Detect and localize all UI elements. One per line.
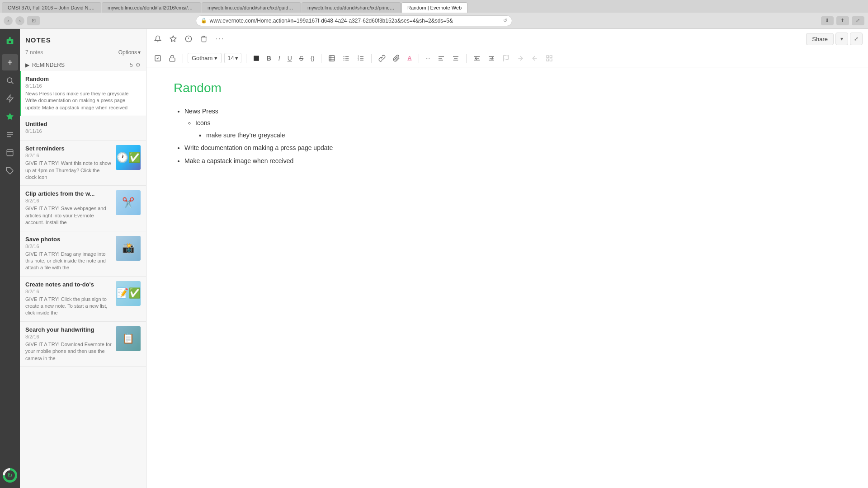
options-button[interactable]: Options ▾ [118,49,141,56]
font-size: 14 [227,55,234,61]
dropdown-share-button[interactable]: ▾ [835,33,848,45]
table-button[interactable] [326,53,338,63]
sub-list: Icons make sure they're greyscale [195,118,841,140]
tab-cmsi[interactable]: CMSI 370, Fall 2016 – John David N. Dion… [2,2,101,13]
list-item: Make a capstack image when received [184,156,841,166]
star-note-button[interactable] [167,34,179,44]
more-formatting-button[interactable]: ··· [424,54,433,63]
tab-principles[interactable]: myweb.lmu.edu/dondi/share/ixd/principles… [302,2,401,13]
expand-browser-button[interactable]: ⤢ [852,16,864,25]
font-name: Gotham [192,55,212,61]
format-button-2[interactable] [514,53,526,63]
svg-marker-10 [170,36,176,42]
highlight-button[interactable]: A [405,53,414,63]
editor-content[interactable]: Random News Press Icons make sure they'r… [146,67,868,488]
note-date: 8/2/16 [25,289,112,294]
share-browser-button[interactable]: ⬆ [836,16,849,25]
note-item-save-photos[interactable]: Save photos 8/2/16 GIVE IT A TRY! Drag a… [20,231,146,277]
note-content-untitled: Untitled 8/11/16 [25,121,141,136]
address-bar[interactable]: 🔒 www.evernote.com/Home.action#n=199a167… [196,15,512,26]
formatting-toolbar: Gotham ▾ 14 ▾ B I U S {} [146,49,868,67]
font-size-selector[interactable]: 14 ▾ [224,53,241,63]
note-item-search-handwriting[interactable]: Search your handwriting 8/2/16 GIVE IT A… [20,322,146,367]
share-area: Share ▾ ⤢ [801,29,868,49]
notes-header: NOTES [20,29,146,47]
note-item-set-reminders[interactable]: Set reminders 8/2/16 GIVE IT A TRY! Want… [20,141,146,186]
list-item-text: News Press [184,108,218,115]
more-options-button[interactable]: ··· [213,33,226,44]
separator-4 [371,54,372,63]
note-date: 8/11/16 [25,83,141,89]
align-center-button[interactable] [450,53,462,63]
svg-rect-49 [550,59,552,61]
link-button[interactable] [376,53,388,63]
sync-status[interactable]: ↻ [0,463,23,488]
note-item-untitled[interactable]: Untitled 8/11/16 [20,116,146,141]
code-button[interactable]: {} [308,54,316,63]
star-button[interactable] [2,108,18,125]
tags-button[interactable] [2,163,18,179]
note-preview: GIVE IT A TRY! Save webpages and article… [25,205,112,226]
strikethrough-button[interactable]: S [297,53,306,63]
search-button[interactable] [2,72,18,89]
list-item-text: Write documentation on making a press pa… [184,144,333,151]
evernote-logo[interactable] [2,33,18,49]
color-button[interactable] [251,54,262,63]
format-button-1[interactable] [500,53,512,63]
sync-icon: ↻ [5,470,15,480]
checkbox-button[interactable] [152,53,164,63]
svg-point-0 [7,78,12,83]
delete-note-button[interactable] [198,34,210,44]
separator-5 [419,54,419,63]
sidebar-icons: + [0,29,20,488]
new-note-button[interactable]: + [2,54,18,70]
shortcuts-button[interactable] [2,90,18,107]
note-preview: GIVE IT A TRY! Click the plus sign to cr… [25,296,112,317]
lock-button[interactable] [166,53,178,63]
back-button[interactable]: ‹ [4,16,13,25]
attachment-button[interactable] [391,53,402,63]
numbered-list-button[interactable]: 123 [355,53,367,63]
expand-note-button[interactable]: ⤢ [850,33,863,45]
bullet-list-button[interactable] [340,53,352,63]
notes-list-button[interactable] [2,127,18,143]
separator-6 [466,54,467,63]
note-content-create-notes: Create notes and to-do's 8/2/16 GIVE IT … [25,281,112,317]
svg-text:3: 3 [358,59,359,61]
reminders-section[interactable]: ▶ REMINDERS 5 ⚙ [20,59,146,71]
list-item-text: make sure they're greyscale [206,131,285,139]
share-button[interactable]: Share [806,33,834,45]
separator-1 [183,54,183,63]
note-item-clip-articles[interactable]: Clip articles from the w... 8/2/16 GIVE … [20,186,146,231]
format-button-4[interactable] [543,53,555,63]
forward-button[interactable]: › [15,16,24,25]
note-date: 8/2/16 [25,198,112,203]
svg-rect-17 [329,56,335,61]
notes-title: NOTES [25,36,51,44]
reminder-bell-button[interactable] [152,34,164,44]
bold-button[interactable]: B [264,53,274,63]
font-family-selector[interactable]: Gotham ▾ [188,53,222,63]
note-item-create-notes[interactable]: Create notes and to-do's 8/2/16 GIVE IT … [20,277,146,322]
indent-decrease-button[interactable] [471,53,483,63]
info-button[interactable] [183,34,194,44]
indent-increase-button[interactable] [486,53,497,63]
tab-guidelines[interactable]: myweb.lmu.edu/dondi/share/ixd/guidelines… [202,2,301,13]
note-thumbnail: 🕐✅ [116,145,141,170]
tab-hw10[interactable]: myweb.lmu.edu/dondi/fall2016/cmsi/370/cm… [102,2,201,13]
note-thumbnail: 📸 [116,236,141,261]
note-item-random[interactable]: Random 8/11/16 News Press Icons make sur… [20,71,146,116]
notebooks-button[interactable] [2,145,18,161]
underline-button[interactable]: U [285,53,294,63]
list-item-text: Make a capstack image when received [184,157,293,164]
view-button[interactable]: ⊡ [27,16,40,25]
download-button[interactable]: ⬇ [821,16,834,25]
font-size-dropdown-icon: ▾ [235,55,238,61]
align-left-button[interactable] [435,53,447,63]
tab-random[interactable]: Random | Evernote Web [401,2,467,13]
italic-button[interactable]: I [276,53,283,63]
note-title: Random [25,75,141,82]
reminder-settings-icon[interactable]: ⚙ [136,62,141,68]
note-content-random: Random 8/11/16 News Press Icons make sur… [25,75,141,111]
format-button-3[interactable] [529,53,541,63]
